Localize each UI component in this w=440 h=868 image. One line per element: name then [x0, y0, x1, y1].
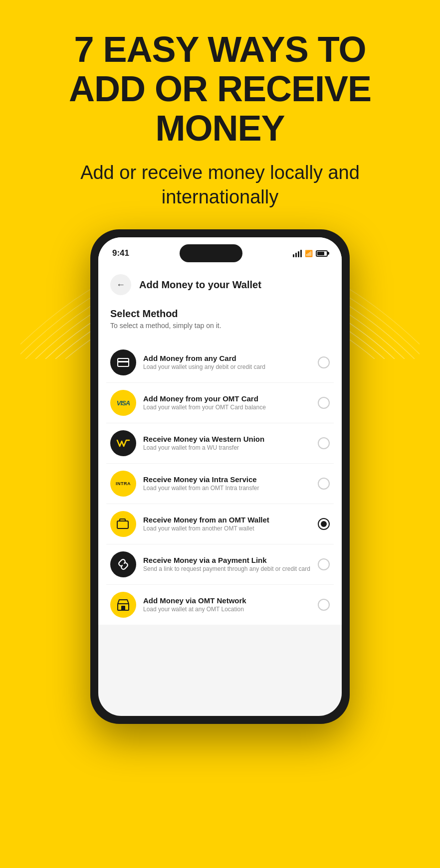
intra-icon: INTRA	[110, 471, 136, 497]
visa-symbol: VISA	[117, 399, 130, 407]
intra-radio[interactable]	[318, 478, 330, 490]
svg-rect-2	[121, 606, 125, 610]
omt-network-icon	[110, 592, 136, 618]
method-item-any-card[interactable]: Add Money from any Card Load your wallet…	[106, 343, 334, 383]
wifi-icon: 📶	[305, 250, 313, 257]
omt-wallet-icon	[110, 511, 136, 537]
wallet-symbol	[117, 519, 130, 529]
any-card-desc: Load your wallet using any debit or cred…	[143, 363, 311, 371]
payment-link-text: Receive Money via a Payment Link Send a …	[143, 556, 311, 573]
select-label: Select Method	[110, 308, 330, 320]
omt-card-radio[interactable]	[318, 397, 330, 409]
method-item-omt-wallet[interactable]: Receive Money from an OMT Wallet Load yo…	[106, 504, 334, 544]
western-union-radio[interactable]	[318, 437, 330, 449]
method-item-western-union[interactable]: Receive Money via Western Union Load you…	[106, 423, 334, 464]
omt-wallet-text: Receive Money from an OMT Wallet Load yo…	[143, 516, 311, 533]
intra-desc: Load your wallet from an OMT Intra trans…	[143, 485, 311, 493]
western-union-icon	[110, 430, 136, 456]
back-button[interactable]: ←	[110, 274, 131, 295]
method-item-intra[interactable]: INTRA Receive Money via Intra Service Lo…	[106, 464, 334, 504]
method-item-payment-link[interactable]: Receive Money via a Payment Link Send a …	[106, 544, 334, 585]
any-card-icon	[110, 349, 136, 375]
omt-network-desc: Load your wallet at any OMT Location	[143, 606, 311, 614]
omt-network-title: Add Money via OMT Network	[143, 596, 311, 605]
method-list: Add Money from any Card Load your wallet…	[98, 343, 342, 625]
western-union-title: Receive Money via Western Union	[143, 435, 311, 443]
omt-network-text: Add Money via OMT Network Load your wall…	[143, 596, 311, 614]
any-card-text: Add Money from any Card Load your wallet…	[143, 354, 311, 371]
omt-card-icon: VISA	[110, 390, 136, 416]
status-bar: 9:41 📶	[98, 237, 342, 266]
intra-symbol: INTRA	[116, 481, 131, 486]
omt-wallet-title: Receive Money from an OMT Wallet	[143, 516, 311, 524]
omt-wallet-desc: Load your wallet from another OMT wallet	[143, 525, 311, 533]
signal-icon	[293, 250, 302, 257]
intra-title: Receive Money via Intra Service	[143, 475, 311, 484]
western-union-desc: Load your wallet from a WU transfer	[143, 444, 311, 452]
method-item-omt-card[interactable]: VISA Add Money from your OMT Card Load y…	[106, 383, 334, 423]
svg-rect-0	[117, 521, 128, 528]
omt-card-title: Add Money from your OMT Card	[143, 394, 311, 403]
any-card-radio[interactable]	[318, 356, 330, 368]
select-hint: To select a method, simply tap on it.	[110, 322, 330, 330]
hero-section: 7 EASY WAYS TO ADD OR RECEIVE MONEY Add …	[0, 0, 440, 209]
intra-text: Receive Money via Intra Service Load you…	[143, 475, 311, 493]
select-section: Select Method To select a method, simply…	[98, 303, 342, 343]
nav-title: Add Money to your Wallet	[139, 279, 261, 291]
payment-link-icon	[110, 551, 136, 577]
status-time: 9:41	[112, 248, 129, 258]
western-union-text: Receive Money via Western Union Load you…	[143, 435, 311, 452]
wu-symbol	[116, 438, 131, 448]
phone-mockup: 9:41 📶 ← Add Money to your Wallet	[50, 229, 390, 724]
any-card-title: Add Money from any Card	[143, 354, 311, 362]
hero-title: 7 EASY WAYS TO ADD OR RECEIVE MONEY	[40, 30, 400, 149]
dynamic-island	[180, 244, 242, 262]
payment-link-title: Receive Money via a Payment Link	[143, 556, 311, 564]
link-symbol	[117, 558, 130, 571]
omt-card-desc: Load your wallet from your OMT Card bala…	[143, 404, 311, 412]
phone-screen: 9:41 📶 ← Add Money to your Wallet	[98, 237, 342, 716]
omt-wallet-radio[interactable]	[318, 518, 330, 530]
store-symbol	[117, 599, 130, 611]
status-icons: 📶	[293, 250, 328, 257]
omt-network-radio[interactable]	[318, 599, 330, 611]
method-item-omt-network[interactable]: Add Money via OMT Network Load your wall…	[106, 585, 334, 625]
card-symbol	[117, 358, 129, 367]
payment-link-desc: Send a link to request payment through a…	[143, 565, 311, 573]
payment-link-radio[interactable]	[318, 558, 330, 570]
hero-subtitle: Add or receive money locally and interna…	[40, 161, 400, 210]
radio-selected-dot	[321, 521, 327, 527]
nav-bar: ← Add Money to your Wallet	[98, 266, 342, 303]
phone-frame: 9:41 📶 ← Add Money to your Wallet	[90, 229, 350, 724]
battery-icon	[316, 250, 328, 257]
omt-card-text: Add Money from your OMT Card Load your w…	[143, 394, 311, 412]
